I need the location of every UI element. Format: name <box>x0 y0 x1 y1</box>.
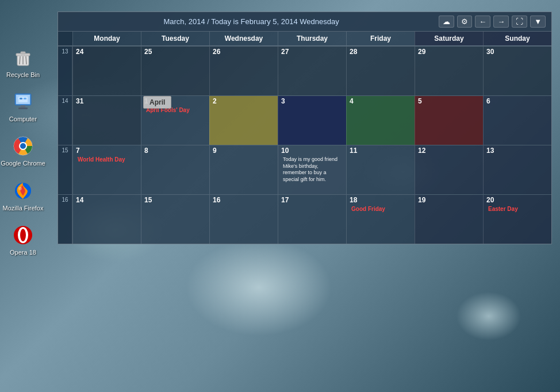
day-header-monday: Monday <box>72 32 141 45</box>
cal-cell-apr17[interactable]: 17 <box>278 195 346 244</box>
cal-cell-apr3[interactable]: 3 <box>278 96 346 145</box>
cal-cell-feb26[interactable]: 26 <box>209 47 278 95</box>
recycle-bin-icon[interactable]: Recycle Bin <box>6 46 40 79</box>
mozilla-firefox-icon[interactable]: Mozilla Firefox <box>3 179 44 212</box>
calendar-row-week16: 16 14 15 16 17 18 Good Friday 19 20 East… <box>58 194 551 244</box>
svg-line-5 <box>26 56 26 64</box>
cal-cell-apr5[interactable]: 5 <box>415 96 483 145</box>
week-num-16: 16 <box>58 195 72 244</box>
cal-cell-apr16[interactable]: 16 <box>209 195 278 244</box>
menu-button[interactable]: ▼ <box>530 16 546 28</box>
day-header-tuesday: Tuesday <box>141 32 209 45</box>
google-chrome-label: Google Chrome <box>1 160 45 167</box>
cal-cell-apr15[interactable]: 15 <box>141 195 209 244</box>
cal-cell-apr10[interactable]: 10 Today is my good friend Mike's birthd… <box>278 145 346 194</box>
event-world-health-day[interactable]: World Health Day <box>76 156 138 163</box>
svg-point-17 <box>18 187 22 190</box>
prev-button[interactable]: ← <box>475 16 490 28</box>
day-header-friday: Friday <box>346 32 415 45</box>
calendar-title: March, 2014 / Today is February 5, 2014 … <box>64 17 439 26</box>
svg-rect-2 <box>21 52 25 54</box>
calendar-row-week14: April 14 31 1 April Fools' Day 2 3 4 5 6 <box>58 95 551 145</box>
settings-button[interactable]: ⚙ <box>457 16 472 28</box>
svg-line-3 <box>20 56 20 64</box>
cal-cell-apr20[interactable]: 20 Easter Day <box>483 195 551 244</box>
calendar-day-headers: Monday Tuesday Wednesday Thursday Friday… <box>58 32 551 46</box>
cloud-button[interactable]: ☁ <box>439 16 454 28</box>
cal-cell-apr19[interactable]: 19 <box>415 195 483 244</box>
april-month-popup: April <box>143 96 171 109</box>
cal-cell-feb24[interactable]: 24 <box>72 47 141 95</box>
cal-cell-mar31[interactable]: 31 <box>72 96 141 145</box>
week-num-header <box>58 32 72 45</box>
cal-cell-apr11[interactable]: 11 <box>346 145 415 194</box>
day-header-thursday: Thursday <box>278 32 346 45</box>
week-num-14: 14 <box>58 96 72 145</box>
day-header-saturday: Saturday <box>415 32 483 45</box>
calendar-controls: ☁ ⚙ ← → ⛶ ▼ <box>439 16 546 28</box>
cal-cell-apr6[interactable]: 6 <box>483 96 551 145</box>
week-num-13: 13 <box>58 47 72 95</box>
desktop-icons-container: Recycle Bin Computer <box>0 34 46 256</box>
event-good-friday[interactable]: Good Friday <box>350 205 412 213</box>
computer-desktop-icon[interactable]: Computer <box>9 90 37 123</box>
calendar-widget: March, 2014 / Today is February 5, 2014 … <box>57 11 552 244</box>
cal-cell-feb25[interactable]: 25 <box>141 47 209 95</box>
cal-cell-apr12[interactable]: 12 <box>415 145 483 194</box>
mozilla-firefox-label: Mozilla Firefox <box>3 205 44 212</box>
event-easter-day[interactable]: Easter Day <box>486 205 549 213</box>
opera-18-icon[interactable]: Opera 18 <box>10 224 36 256</box>
cal-cell-apr9[interactable]: 9 <box>209 145 278 194</box>
cal-cell-apr7[interactable]: 7 World Health Day <box>72 145 141 194</box>
computer-label: Computer <box>9 116 37 123</box>
cal-cell-feb29[interactable]: 29 <box>415 47 483 95</box>
cal-cell-apr13[interactable]: 13 <box>483 145 551 194</box>
google-chrome-icon[interactable]: Google Chrome <box>1 134 45 167</box>
cal-cell-apr2[interactable]: 2 <box>209 96 278 145</box>
opera-18-label: Opera 18 <box>10 249 36 256</box>
calendar-row-week15: 15 7 World Health Day 8 9 10 Today is my… <box>58 145 551 194</box>
cal-cell-feb30[interactable]: 30 <box>483 47 551 95</box>
week-num-15: 15 <box>58 145 72 194</box>
event-mike-birthday[interactable]: Today is my good friend Mike's birthday,… <box>281 156 343 184</box>
svg-rect-10 <box>18 97 28 102</box>
svg-rect-9 <box>18 107 28 109</box>
calendar-grid: 13 24 25 26 27 28 29 30 April 14 31 1 Ap… <box>58 46 551 244</box>
recycle-bin-label: Recycle Bin <box>6 71 40 79</box>
cal-cell-apr18[interactable]: 18 Good Friday <box>346 195 415 244</box>
cal-cell-apr4[interactable]: 4 <box>346 96 415 145</box>
svg-rect-11 <box>20 98 22 99</box>
svg-rect-12 <box>24 98 26 99</box>
day-header-sunday: Sunday <box>483 32 551 45</box>
calendar-header: March, 2014 / Today is February 5, 2014 … <box>58 12 551 32</box>
cal-cell-apr8[interactable]: 8 <box>141 145 209 194</box>
calendar-row-week13: 13 24 25 26 27 28 29 30 <box>58 46 551 95</box>
cal-cell-feb27[interactable]: 27 <box>278 47 346 95</box>
cal-cell-apr14[interactable]: 14 <box>72 195 141 244</box>
svg-point-15 <box>20 143 26 149</box>
svg-point-20 <box>20 229 26 241</box>
next-button[interactable]: → <box>493 16 509 28</box>
day-header-wednesday: Wednesday <box>209 32 278 45</box>
expand-button[interactable]: ⛶ <box>512 16 527 28</box>
cal-cell-feb28[interactable]: 28 <box>346 47 415 95</box>
